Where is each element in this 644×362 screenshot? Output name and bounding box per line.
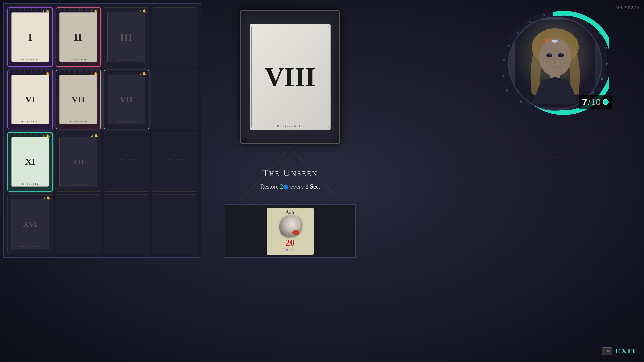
svg-point-25 <box>554 12 556 15</box>
card-slot-4[interactable] <box>152 7 198 67</box>
desc-prefix: Restore <box>260 183 280 190</box>
card-display-roman: VIII <box>265 62 315 93</box>
card-slot-1[interactable]: 1 ✋ I ϴδιυβιου ♣ ϿΩ <box>7 7 53 67</box>
pentagram-icon-8 <box>166 91 183 108</box>
character-face-svg <box>515 20 595 107</box>
svg-point-26 <box>571 14 573 16</box>
card-slot-7[interactable]: 5 ✋ VII ϴδιυβιου ♣ ϿΩ <box>104 70 149 129</box>
card-description: Restore 2🔵 every 1 Sec. <box>260 182 320 191</box>
card-slot-5[interactable]: 2 ✋ VI ϴδιυβιου ♣ ϿΩ <box>7 70 53 129</box>
ash-item-count: 20 <box>285 237 295 248</box>
card-slot-10[interactable]: 4 ✋ XII ϴδιυβιου ♣ ϿΩ <box>56 132 101 192</box>
card-inner-5: VI ϴδιυβιου ♣ ϿΩ <box>11 75 49 124</box>
ash-image <box>279 215 301 237</box>
card-slot-12[interactable] <box>152 132 198 192</box>
card-slot-15[interactable] <box>104 194 149 254</box>
exit-key: Esc <box>602 347 612 355</box>
svg-point-9 <box>74 220 83 229</box>
card-inner-2: II ϴδιυβιου ♣ ϿΩ <box>59 12 97 62</box>
svg-point-46 <box>558 53 564 57</box>
pentagram-icon-14 <box>70 216 87 233</box>
card-deco-7: ϴδιυβιου ♣ ϿΩ <box>118 120 135 123</box>
svg-point-39 <box>529 21 531 23</box>
ash-cost-value: x1 <box>290 247 294 253</box>
card-roman-6: VII <box>72 95 85 105</box>
exit-button[interactable]: Esc EXIT <box>602 347 637 355</box>
card-deco-5: ϴδιυβιου ♣ ϿΩ <box>21 120 39 123</box>
desc-value: 2 <box>280 183 283 190</box>
card-deco-10: ϴδιυβιου ♣ ϿΩ <box>70 183 87 185</box>
svg-point-35 <box>502 75 504 77</box>
pentagram-icon-16 <box>166 216 183 233</box>
card-grid: 1 ✋ I ϴδιυβιου ♣ ϿΩ 1 ✋ II ϴδιυβιου ♣ ϿΩ <box>7 7 197 254</box>
card-slot-6[interactable]: 2 ✋ VII ϴδιυβιου ♣ ϿΩ <box>56 70 101 129</box>
card-deco-6: ϴδιυβιου ♣ ϿΩ <box>70 120 87 123</box>
svg-point-36 <box>503 59 505 61</box>
svg-point-33 <box>520 100 522 103</box>
card-roman-7: VII <box>120 95 133 105</box>
ash-item-cost: ♥ x1 <box>286 247 294 253</box>
pentagram-icon-11 <box>118 154 135 170</box>
svg-point-3 <box>167 92 182 107</box>
card-deco-13: ϴδιυβιου ♣ ϿΩ <box>21 245 39 248</box>
card-display: VIII ϴδιυβιου ♣ ϿΩ <box>240 10 340 144</box>
portrait-container: 7 / 10 <box>501 10 609 117</box>
card-slot-14[interactable] <box>56 194 101 254</box>
svg-point-47 <box>549 54 551 55</box>
card-roman-9: XI <box>25 157 35 167</box>
card-inner-7: VII ϴδιυβιου ♣ ϿΩ <box>108 75 145 124</box>
card-name: The Unseen <box>260 168 320 178</box>
pentagram-icon-4 <box>166 29 183 46</box>
card-slot-11[interactable] <box>104 132 149 192</box>
card-inner-9: XI ϴδιυβιου ♣ ϿΩ <box>11 137 49 187</box>
svg-point-12 <box>168 218 181 231</box>
card-roman-5: VI <box>25 95 35 105</box>
svg-point-30 <box>606 63 608 65</box>
card-deco-9: ϴδιυβιου ♣ ϿΩ <box>21 183 39 185</box>
ash-item: Ash 20 ♥ x1 <box>267 208 314 255</box>
pentagram-icon-15 <box>118 216 135 233</box>
ash-item-box: Ash 20 ♥ x1 <box>225 204 356 258</box>
svg-point-28 <box>598 32 600 34</box>
card-display-inner: VIII ϴδιυβιου ♣ ϿΩ <box>250 24 330 130</box>
svg-point-5 <box>119 155 134 170</box>
pentagram-icon-12 <box>166 154 183 170</box>
card-inner-1: I ϴδιυβιου ♣ ϿΩ <box>11 12 49 62</box>
desc-mana-icon: 🔵 <box>283 185 289 190</box>
mana-counter: 7 / 10 <box>579 95 612 109</box>
card-slot-13[interactable]: 3 ✋ XVI ϴδιυβιου ♣ ϿΩ <box>7 194 53 254</box>
card-roman-2: II <box>74 31 83 43</box>
card-inner-13: XVI ϴδιυβιου ♣ ϿΩ <box>11 199 49 249</box>
card-deco-3: ϴδιυβιου ♣ ϿΩ <box>118 58 135 61</box>
card-grid-panel: 1 ✋ I ϴδιυβιου ♣ ϿΩ 1 ✋ II ϴδιυβιου ♣ ϿΩ <box>3 3 201 258</box>
card-roman-13: XVI <box>23 220 37 229</box>
mana-separator: / <box>588 97 590 107</box>
card-detail-panel: VIII ϴδιυβιου ♣ ϿΩ The Unseen Restore 2🔵… <box>215 3 366 258</box>
card-display-bottom-deco: ϴδιυβιου ♣ ϿΩ <box>277 125 303 128</box>
card-slot-16[interactable] <box>152 194 198 254</box>
card-roman-10: XII <box>73 158 84 166</box>
svg-point-13 <box>170 220 179 229</box>
card-roman-3: III <box>120 31 132 44</box>
card-deco-1: ϴδιυβιου ♣ ϿΩ <box>21 58 39 60</box>
svg-point-8 <box>71 218 85 231</box>
desc-time: 1 Sec. <box>305 183 320 190</box>
svg-point-11 <box>122 220 130 229</box>
heart-icon: ♥ <box>286 247 288 253</box>
card-slot-3[interactable]: 3 ✋ III ϴδιυβιου ♣ ϿΩ <box>104 7 149 67</box>
svg-point-7 <box>167 155 182 170</box>
card-inner-6: VII ϴδιυβιου ♣ ϿΩ <box>59 75 97 124</box>
svg-point-34 <box>506 89 508 92</box>
exit-label: EXIT <box>615 347 637 355</box>
desc-middle: every <box>289 183 305 190</box>
card-slot-8[interactable] <box>152 70 198 129</box>
svg-point-10 <box>120 218 133 231</box>
svg-point-37 <box>508 45 510 47</box>
card-slot-2[interactable]: 1 ✋ II ϴδιυβιου ♣ ϿΩ <box>56 7 101 67</box>
mana-current: 7 <box>582 96 588 108</box>
svg-point-45 <box>546 53 552 57</box>
svg-point-29 <box>605 47 607 49</box>
card-deco-2: ϴδιυβιου ♣ ϿΩ <box>70 58 87 60</box>
ash-item-label: Ash <box>286 210 294 215</box>
card-slot-9[interactable]: 1 ✋ XI ϴδιυβιου ♣ ϿΩ <box>7 132 53 192</box>
